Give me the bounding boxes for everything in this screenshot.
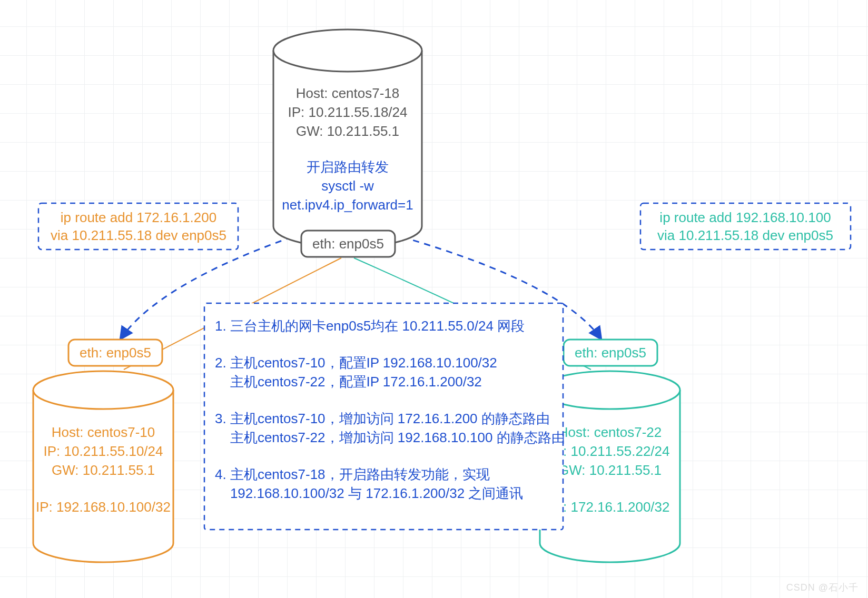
top-forward-cmd1: sysctl -w [321,178,374,194]
notes-p4a: 4. 主机centos7-18，开启路由转发功能，实现 [215,466,490,482]
top-cylinder: eth: enp0s5 Host: centos7-18 IP: 10.211.… [273,29,422,257]
right-host: Host: centos7-22 [558,424,662,440]
right-gw: GW: 10.211.55.1 [558,462,662,478]
top-gw: GW: 10.211.55.1 [296,123,399,139]
notes-p3b: 主机centos7-22，增加访问 192.168.10.100 的静态路由 [215,430,565,445]
notes-box: 1. 三台主机的网卡enp0s5均在 10.211.55.0/24 网段 2. … [204,303,565,530]
right-route-l1: ip route add 192.168.10.100 [659,210,831,225]
watermark: CSDN @石小千 [786,581,859,594]
svg-point-4 [33,371,173,409]
svg-point-0 [273,29,422,72]
left-ip: IP: 10.211.55.10/24 [44,443,163,459]
right-route-l2: via 10.211.55.18 dev enp0s5 [657,227,833,243]
right-route-box: ip route add 192.168.10.100 via 10.211.5… [640,203,851,250]
left-route-l1: ip route add 172.16.1.200 [61,210,216,225]
top-eth-label: eth: enp0s5 [312,236,384,252]
left-ip2: IP: 192.168.10.100/32 [36,499,171,515]
notes-p4b: 192.168.10.100/32 与 172.16.1.200/32 之间通讯 [215,485,523,501]
left-gw: GW: 10.211.55.1 [52,462,155,478]
top-forward-title: 开启路由转发 [307,159,389,175]
right-ip2: IP: 172.16.1.200/32 [550,499,670,515]
top-ip: IP: 10.211.55.18/24 [288,104,408,120]
notes-p3a: 3. 主机centos7-10，增加访问 172.16.1.200 的静态路由 [215,411,550,426]
left-eth-label: eth: enp0s5 [80,345,151,361]
notes-p2b: 主机centos7-22，配置IP 172.16.1.200/32 [215,374,482,390]
left-cylinder: eth: enp0s5 Host: centos7-10 IP: 10.211.… [33,340,173,562]
left-route-l2: via 10.211.55.18 dev enp0s5 [51,227,226,243]
right-ip: IP: 10.211.55.22/24 [550,443,670,459]
top-host: Host: centos7-18 [296,85,400,101]
left-route-box: ip route add 172.16.1.200 via 10.211.55.… [38,203,238,250]
left-host: Host: centos7-10 [52,424,155,440]
top-forward-cmd2: net.ipv4.ip_forward=1 [282,197,413,213]
notes-p2a: 2. 主机centos7-10，配置IP 192.168.10.100/32 [215,355,497,371]
notes-p1: 1. 三台主机的网卡enp0s5均在 10.211.55.0/24 网段 [215,318,525,334]
right-eth-label: eth: enp0s5 [575,345,646,361]
diagram-canvas: eth: enp0s5 Host: centos7-18 IP: 10.211.… [0,0,868,598]
